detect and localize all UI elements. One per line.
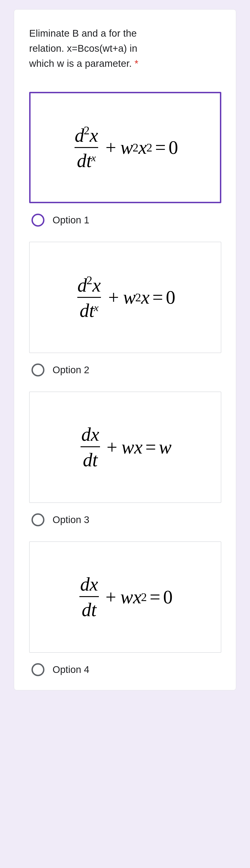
- radio-row[interactable]: Option 3: [29, 513, 221, 526]
- option-block: dx dt +wx=w Option 3: [29, 392, 221, 526]
- options-container: d2x dtx +w2x2=0 Option 1 d2x dtx +w2x=0 …: [29, 92, 221, 676]
- required-indicator: *: [135, 58, 138, 69]
- option-label: Option 1: [52, 215, 90, 226]
- question-line-1: Eliminate B and a for the: [29, 28, 137, 39]
- radio-button[interactable]: [32, 513, 44, 526]
- radio-row[interactable]: Option 2: [29, 364, 221, 376]
- radio-row[interactable]: Option 4: [29, 663, 221, 676]
- equation-card[interactable]: dx dt +wx2=0: [29, 541, 221, 653]
- question-text: Eliminate B and a for the relation. x=Bc…: [29, 26, 221, 71]
- equation: d2x dtx +w2x2=0: [72, 124, 178, 172]
- equation: dx dt +wx2=0: [78, 574, 173, 621]
- radio-row[interactable]: Option 1: [29, 214, 221, 227]
- option-label: Option 4: [52, 664, 90, 675]
- question-line-3: which w is a parameter.: [29, 58, 132, 69]
- option-label: Option 3: [52, 514, 90, 525]
- equation: dx dt +wx=w: [79, 424, 172, 471]
- radio-button[interactable]: [32, 364, 44, 376]
- option-label: Option 2: [52, 364, 90, 376]
- question-line-2: relation. x=Bcos(wt+a) in: [29, 43, 137, 54]
- equation-card[interactable]: dx dt +wx=w: [29, 392, 221, 503]
- option-block: d2x dtx +w2x=0 Option 2: [29, 242, 221, 376]
- equation: d2x dtx +w2x=0: [75, 274, 175, 322]
- option-block: dx dt +wx2=0 Option 4: [29, 541, 221, 676]
- question-card: Eliminate B and a for the relation. x=Bc…: [14, 9, 236, 690]
- option-block: d2x dtx +w2x2=0 Option 1: [29, 92, 221, 227]
- equation-card[interactable]: d2x dtx +w2x2=0: [29, 92, 221, 203]
- radio-button[interactable]: [32, 663, 44, 676]
- radio-button[interactable]: [32, 214, 44, 227]
- equation-card[interactable]: d2x dtx +w2x=0: [29, 242, 221, 353]
- page-container: Eliminate B and a for the relation. x=Bc…: [0, 0, 250, 700]
